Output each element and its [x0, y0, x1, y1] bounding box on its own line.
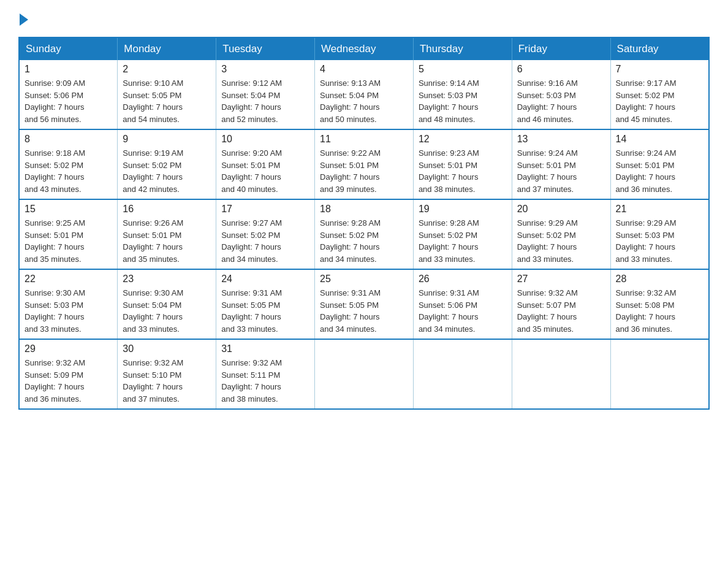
calendar-week-5: 29 Sunrise: 9:32 AM Sunset: 5:09 PM Dayl…: [19, 339, 709, 409]
weekday-header-friday: Friday: [512, 37, 610, 60]
day-number: 24: [221, 274, 309, 285]
calendar-week-4: 22 Sunrise: 9:30 AM Sunset: 5:03 PM Dayl…: [19, 269, 709, 339]
day-info: Sunrise: 9:13 AM Sunset: 5:04 PM Dayligh…: [320, 77, 408, 125]
page-header: [18, 12, 710, 26]
day-number: 20: [517, 204, 605, 215]
day-number: 10: [221, 134, 309, 145]
day-number: 22: [25, 274, 112, 285]
day-number: 31: [221, 343, 309, 354]
weekday-header-wednesday: Wednesday: [315, 37, 414, 60]
day-info: Sunrise: 9:19 AM Sunset: 5:02 PM Dayligh…: [123, 147, 211, 195]
calendar-cell: [610, 339, 709, 409]
day-info: Sunrise: 9:32 AM Sunset: 5:09 PM Dayligh…: [25, 357, 112, 405]
day-info: Sunrise: 9:30 AM Sunset: 5:04 PM Dayligh…: [123, 287, 211, 335]
weekday-header-monday: Monday: [118, 37, 216, 60]
calendar-cell: 31 Sunrise: 9:32 AM Sunset: 5:11 PM Dayl…: [216, 339, 315, 409]
calendar-week-3: 15 Sunrise: 9:25 AM Sunset: 5:01 PM Dayl…: [19, 199, 709, 269]
calendar-header-row: SundayMondayTuesdayWednesdayThursdayFrid…: [19, 37, 709, 60]
day-number: 7: [616, 64, 703, 75]
day-info: Sunrise: 9:30 AM Sunset: 5:03 PM Dayligh…: [25, 287, 112, 335]
day-info: Sunrise: 9:32 AM Sunset: 5:08 PM Dayligh…: [616, 287, 703, 335]
weekday-header-sunday: Sunday: [19, 37, 118, 60]
day-info: Sunrise: 9:24 AM Sunset: 5:01 PM Dayligh…: [616, 147, 703, 195]
calendar-cell: 26 Sunrise: 9:31 AM Sunset: 5:06 PM Dayl…: [413, 269, 512, 339]
day-info: Sunrise: 9:26 AM Sunset: 5:01 PM Dayligh…: [123, 217, 211, 265]
day-info: Sunrise: 9:29 AM Sunset: 5:03 PM Dayligh…: [616, 217, 703, 265]
calendar-cell: 4 Sunrise: 9:13 AM Sunset: 5:04 PM Dayli…: [315, 60, 414, 129]
day-number: 23: [123, 274, 211, 285]
day-info: Sunrise: 9:31 AM Sunset: 5:05 PM Dayligh…: [221, 287, 309, 335]
day-number: 28: [616, 274, 703, 285]
day-number: 15: [25, 204, 112, 215]
day-info: Sunrise: 9:18 AM Sunset: 5:02 PM Dayligh…: [25, 147, 112, 195]
weekday-header-tuesday: Tuesday: [216, 37, 315, 60]
day-info: Sunrise: 9:28 AM Sunset: 5:02 PM Dayligh…: [320, 217, 408, 265]
calendar-cell: 8 Sunrise: 9:18 AM Sunset: 5:02 PM Dayli…: [19, 129, 118, 199]
calendar-cell: 9 Sunrise: 9:19 AM Sunset: 5:02 PM Dayli…: [118, 129, 216, 199]
logo-arrow-icon: [20, 13, 28, 26]
calendar-cell: 10 Sunrise: 9:20 AM Sunset: 5:01 PM Dayl…: [216, 129, 315, 199]
day-number: 5: [419, 64, 507, 75]
calendar-cell: 15 Sunrise: 9:25 AM Sunset: 5:01 PM Dayl…: [19, 199, 118, 269]
calendar-cell: 2 Sunrise: 9:10 AM Sunset: 5:05 PM Dayli…: [118, 60, 216, 129]
day-number: 14: [616, 134, 703, 145]
calendar-cell: 17 Sunrise: 9:27 AM Sunset: 5:02 PM Dayl…: [216, 199, 315, 269]
calendar-cell: 3 Sunrise: 9:12 AM Sunset: 5:04 PM Dayli…: [216, 60, 315, 129]
day-number: 11: [320, 134, 408, 145]
calendar-table: SundayMondayTuesdayWednesdayThursdayFrid…: [18, 37, 710, 410]
calendar-cell: 24 Sunrise: 9:31 AM Sunset: 5:05 PM Dayl…: [216, 269, 315, 339]
calendar-cell: [413, 339, 512, 409]
day-number: 9: [123, 134, 211, 145]
calendar-cell: 20 Sunrise: 9:29 AM Sunset: 5:02 PM Dayl…: [512, 199, 610, 269]
day-number: 25: [320, 274, 408, 285]
calendar-cell: 7 Sunrise: 9:17 AM Sunset: 5:02 PM Dayli…: [610, 60, 709, 129]
calendar-cell: 30 Sunrise: 9:32 AM Sunset: 5:10 PM Dayl…: [118, 339, 216, 409]
day-number: 12: [419, 134, 507, 145]
day-info: Sunrise: 9:31 AM Sunset: 5:06 PM Dayligh…: [419, 287, 507, 335]
day-number: 1: [25, 64, 112, 75]
calendar-cell: 29 Sunrise: 9:32 AM Sunset: 5:09 PM Dayl…: [19, 339, 118, 409]
weekday-header-saturday: Saturday: [610, 37, 709, 60]
day-number: 21: [616, 204, 703, 215]
calendar-cell: [512, 339, 610, 409]
day-info: Sunrise: 9:09 AM Sunset: 5:06 PM Dayligh…: [25, 77, 112, 125]
day-number: 26: [419, 274, 507, 285]
calendar-cell: 14 Sunrise: 9:24 AM Sunset: 5:01 PM Dayl…: [610, 129, 709, 199]
calendar-cell: 1 Sunrise: 9:09 AM Sunset: 5:06 PM Dayli…: [19, 60, 118, 129]
logo: [18, 12, 28, 26]
calendar-cell: 18 Sunrise: 9:28 AM Sunset: 5:02 PM Dayl…: [315, 199, 414, 269]
day-info: Sunrise: 9:32 AM Sunset: 5:07 PM Dayligh…: [517, 287, 605, 335]
day-info: Sunrise: 9:31 AM Sunset: 5:05 PM Dayligh…: [320, 287, 408, 335]
calendar-cell: 21 Sunrise: 9:29 AM Sunset: 5:03 PM Dayl…: [610, 199, 709, 269]
day-info: Sunrise: 9:14 AM Sunset: 5:03 PM Dayligh…: [419, 77, 507, 125]
day-info: Sunrise: 9:17 AM Sunset: 5:02 PM Dayligh…: [616, 77, 703, 125]
day-number: 27: [517, 274, 605, 285]
calendar-cell: 5 Sunrise: 9:14 AM Sunset: 5:03 PM Dayli…: [413, 60, 512, 129]
weekday-header-thursday: Thursday: [413, 37, 512, 60]
calendar-cell: 11 Sunrise: 9:22 AM Sunset: 5:01 PM Dayl…: [315, 129, 414, 199]
day-info: Sunrise: 9:22 AM Sunset: 5:01 PM Dayligh…: [320, 147, 408, 195]
day-info: Sunrise: 9:27 AM Sunset: 5:02 PM Dayligh…: [221, 217, 309, 265]
day-info: Sunrise: 9:20 AM Sunset: 5:01 PM Dayligh…: [221, 147, 309, 195]
calendar-week-2: 8 Sunrise: 9:18 AM Sunset: 5:02 PM Dayli…: [19, 129, 709, 199]
day-number: 8: [25, 134, 112, 145]
day-info: Sunrise: 9:16 AM Sunset: 5:03 PM Dayligh…: [517, 77, 605, 125]
calendar-cell: 13 Sunrise: 9:24 AM Sunset: 5:01 PM Dayl…: [512, 129, 610, 199]
day-number: 2: [123, 64, 211, 75]
day-number: 19: [419, 204, 507, 215]
day-number: 6: [517, 64, 605, 75]
calendar-cell: 6 Sunrise: 9:16 AM Sunset: 5:03 PM Dayli…: [512, 60, 610, 129]
day-number: 4: [320, 64, 408, 75]
calendar-cell: 19 Sunrise: 9:28 AM Sunset: 5:02 PM Dayl…: [413, 199, 512, 269]
day-info: Sunrise: 9:32 AM Sunset: 5:10 PM Dayligh…: [123, 357, 211, 405]
day-info: Sunrise: 9:28 AM Sunset: 5:02 PM Dayligh…: [419, 217, 507, 265]
day-info: Sunrise: 9:25 AM Sunset: 5:01 PM Dayligh…: [25, 217, 112, 265]
calendar-cell: 23 Sunrise: 9:30 AM Sunset: 5:04 PM Dayl…: [118, 269, 216, 339]
day-info: Sunrise: 9:24 AM Sunset: 5:01 PM Dayligh…: [517, 147, 605, 195]
day-number: 16: [123, 204, 211, 215]
day-info: Sunrise: 9:29 AM Sunset: 5:02 PM Dayligh…: [517, 217, 605, 265]
calendar-cell: 16 Sunrise: 9:26 AM Sunset: 5:01 PM Dayl…: [118, 199, 216, 269]
day-number: 17: [221, 204, 309, 215]
day-info: Sunrise: 9:23 AM Sunset: 5:01 PM Dayligh…: [419, 147, 507, 195]
day-number: 13: [517, 134, 605, 145]
